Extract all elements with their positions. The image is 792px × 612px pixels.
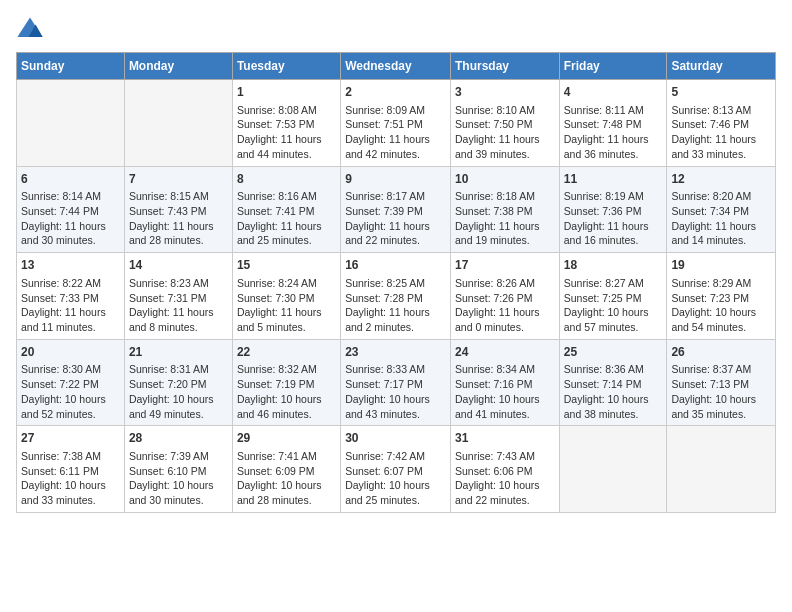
calendar-cell: 11Sunrise: 8:19 AMSunset: 7:36 PMDayligh… [559, 166, 667, 253]
sunrise-text: Sunrise: 8:22 AM [21, 276, 120, 291]
daylight-text: Daylight: 11 hours and 16 minutes. [564, 219, 663, 248]
calendar-table: SundayMondayTuesdayWednesdayThursdayFrid… [16, 52, 776, 513]
calendar-week-1: 6Sunrise: 8:14 AMSunset: 7:44 PMDaylight… [17, 166, 776, 253]
day-number: 3 [455, 84, 555, 101]
calendar-cell: 12Sunrise: 8:20 AMSunset: 7:34 PMDayligh… [667, 166, 776, 253]
day-number: 31 [455, 430, 555, 447]
calendar-cell: 5Sunrise: 8:13 AMSunset: 7:46 PMDaylight… [667, 80, 776, 167]
daylight-text: Daylight: 10 hours and 25 minutes. [345, 478, 446, 507]
daylight-text: Daylight: 10 hours and 30 minutes. [129, 478, 228, 507]
calendar-cell: 19Sunrise: 8:29 AMSunset: 7:23 PMDayligh… [667, 253, 776, 340]
calendar-cell [667, 426, 776, 513]
calendar-cell: 17Sunrise: 8:26 AMSunset: 7:26 PMDayligh… [450, 253, 559, 340]
day-number: 1 [237, 84, 336, 101]
sunset-text: Sunset: 7:46 PM [671, 117, 771, 132]
sunset-text: Sunset: 7:44 PM [21, 204, 120, 219]
day-number: 12 [671, 171, 771, 188]
calendar-cell: 13Sunrise: 8:22 AMSunset: 7:33 PMDayligh… [17, 253, 125, 340]
calendar-cell: 18Sunrise: 8:27 AMSunset: 7:25 PMDayligh… [559, 253, 667, 340]
daylight-text: Daylight: 11 hours and 25 minutes. [237, 219, 336, 248]
calendar-cell: 24Sunrise: 8:34 AMSunset: 7:16 PMDayligh… [450, 339, 559, 426]
daylight-text: Daylight: 11 hours and 44 minutes. [237, 132, 336, 161]
calendar-cell: 22Sunrise: 8:32 AMSunset: 7:19 PMDayligh… [232, 339, 340, 426]
sunset-text: Sunset: 7:26 PM [455, 291, 555, 306]
day-header-tuesday: Tuesday [232, 53, 340, 80]
calendar-cell: 8Sunrise: 8:16 AMSunset: 7:41 PMDaylight… [232, 166, 340, 253]
sunset-text: Sunset: 7:20 PM [129, 377, 228, 392]
day-number: 4 [564, 84, 663, 101]
sunrise-text: Sunrise: 8:19 AM [564, 189, 663, 204]
calendar-cell: 6Sunrise: 8:14 AMSunset: 7:44 PMDaylight… [17, 166, 125, 253]
daylight-text: Daylight: 11 hours and 36 minutes. [564, 132, 663, 161]
calendar-cell: 28Sunrise: 7:39 AMSunset: 6:10 PMDayligh… [124, 426, 232, 513]
day-number: 17 [455, 257, 555, 274]
sunset-text: Sunset: 7:22 PM [21, 377, 120, 392]
daylight-text: Daylight: 11 hours and 33 minutes. [671, 132, 771, 161]
logo-icon [16, 16, 44, 44]
daylight-text: Daylight: 11 hours and 42 minutes. [345, 132, 446, 161]
day-header-sunday: Sunday [17, 53, 125, 80]
sunset-text: Sunset: 7:23 PM [671, 291, 771, 306]
calendar-cell: 26Sunrise: 8:37 AMSunset: 7:13 PMDayligh… [667, 339, 776, 426]
calendar-cell: 1Sunrise: 8:08 AMSunset: 7:53 PMDaylight… [232, 80, 340, 167]
calendar-cell: 23Sunrise: 8:33 AMSunset: 7:17 PMDayligh… [341, 339, 451, 426]
day-number: 26 [671, 344, 771, 361]
day-number: 22 [237, 344, 336, 361]
calendar-week-2: 13Sunrise: 8:22 AMSunset: 7:33 PMDayligh… [17, 253, 776, 340]
day-number: 20 [21, 344, 120, 361]
sunset-text: Sunset: 7:34 PM [671, 204, 771, 219]
day-header-saturday: Saturday [667, 53, 776, 80]
day-number: 13 [21, 257, 120, 274]
sunrise-text: Sunrise: 8:34 AM [455, 362, 555, 377]
sunrise-text: Sunrise: 8:18 AM [455, 189, 555, 204]
calendar-cell: 10Sunrise: 8:18 AMSunset: 7:38 PMDayligh… [450, 166, 559, 253]
day-number: 25 [564, 344, 663, 361]
page-header [16, 16, 776, 44]
day-number: 27 [21, 430, 120, 447]
calendar-cell: 29Sunrise: 7:41 AMSunset: 6:09 PMDayligh… [232, 426, 340, 513]
daylight-text: Daylight: 11 hours and 8 minutes. [129, 305, 228, 334]
calendar-cell: 2Sunrise: 8:09 AMSunset: 7:51 PMDaylight… [341, 80, 451, 167]
sunset-text: Sunset: 6:09 PM [237, 464, 336, 479]
sunrise-text: Sunrise: 8:36 AM [564, 362, 663, 377]
daylight-text: Daylight: 11 hours and 14 minutes. [671, 219, 771, 248]
day-number: 24 [455, 344, 555, 361]
calendar-cell [124, 80, 232, 167]
day-number: 28 [129, 430, 228, 447]
sunrise-text: Sunrise: 7:38 AM [21, 449, 120, 464]
daylight-text: Daylight: 11 hours and 2 minutes. [345, 305, 446, 334]
calendar-cell: 15Sunrise: 8:24 AMSunset: 7:30 PMDayligh… [232, 253, 340, 340]
calendar-cell: 31Sunrise: 7:43 AMSunset: 6:06 PMDayligh… [450, 426, 559, 513]
sunrise-text: Sunrise: 8:29 AM [671, 276, 771, 291]
daylight-text: Daylight: 10 hours and 22 minutes. [455, 478, 555, 507]
day-number: 8 [237, 171, 336, 188]
calendar-cell: 3Sunrise: 8:10 AMSunset: 7:50 PMDaylight… [450, 80, 559, 167]
sunset-text: Sunset: 6:10 PM [129, 464, 228, 479]
sunrise-text: Sunrise: 7:39 AM [129, 449, 228, 464]
daylight-text: Daylight: 11 hours and 22 minutes. [345, 219, 446, 248]
sunset-text: Sunset: 7:50 PM [455, 117, 555, 132]
day-header-monday: Monday [124, 53, 232, 80]
sunrise-text: Sunrise: 8:31 AM [129, 362, 228, 377]
sunset-text: Sunset: 7:25 PM [564, 291, 663, 306]
sunset-text: Sunset: 7:19 PM [237, 377, 336, 392]
calendar-cell: 30Sunrise: 7:42 AMSunset: 6:07 PMDayligh… [341, 426, 451, 513]
sunrise-text: Sunrise: 8:24 AM [237, 276, 336, 291]
day-number: 30 [345, 430, 446, 447]
sunset-text: Sunset: 7:14 PM [564, 377, 663, 392]
sunrise-text: Sunrise: 8:11 AM [564, 103, 663, 118]
sunset-text: Sunset: 7:39 PM [345, 204, 446, 219]
calendar-cell: 20Sunrise: 8:30 AMSunset: 7:22 PMDayligh… [17, 339, 125, 426]
day-number: 18 [564, 257, 663, 274]
daylight-text: Daylight: 11 hours and 30 minutes. [21, 219, 120, 248]
sunrise-text: Sunrise: 8:09 AM [345, 103, 446, 118]
daylight-text: Daylight: 10 hours and 28 minutes. [237, 478, 336, 507]
daylight-text: Daylight: 10 hours and 49 minutes. [129, 392, 228, 421]
daylight-text: Daylight: 10 hours and 35 minutes. [671, 392, 771, 421]
sunset-text: Sunset: 7:48 PM [564, 117, 663, 132]
calendar-week-3: 20Sunrise: 8:30 AMSunset: 7:22 PMDayligh… [17, 339, 776, 426]
sunrise-text: Sunrise: 8:32 AM [237, 362, 336, 377]
sunset-text: Sunset: 7:13 PM [671, 377, 771, 392]
calendar-week-0: 1Sunrise: 8:08 AMSunset: 7:53 PMDaylight… [17, 80, 776, 167]
calendar-cell: 21Sunrise: 8:31 AMSunset: 7:20 PMDayligh… [124, 339, 232, 426]
